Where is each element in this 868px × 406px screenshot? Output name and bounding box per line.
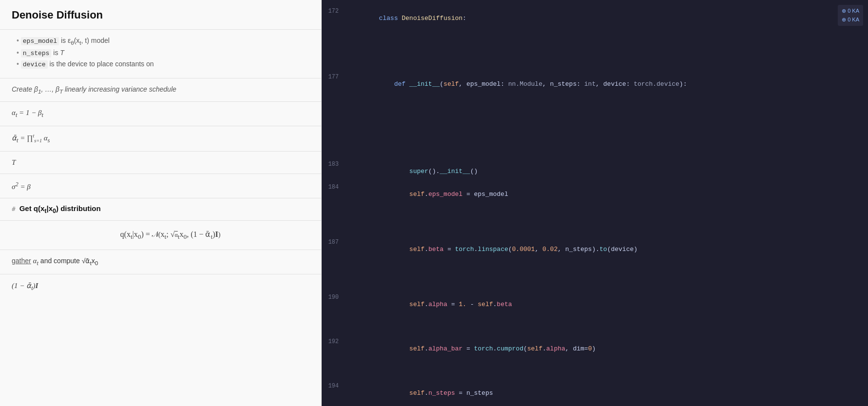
code-row: 172 class DenoiseDiffusion: bbox=[322, 7, 868, 30]
code-content: self.alpha = 1. - self.beta bbox=[348, 293, 512, 315]
corner-badge: ⊕ 0 KA ⊕ 0 KA bbox=[838, 5, 863, 26]
code-row: 184 self.eps_model = eps_model bbox=[322, 183, 868, 206]
q-heading-text: Get q(xt|x0) distribution bbox=[19, 204, 101, 213]
sigma2-formula: σ2 = β bbox=[12, 183, 31, 191]
right-panel: 172 class DenoiseDiffusion: 177 def __in… bbox=[322, 0, 868, 406]
code-device: device bbox=[21, 60, 48, 69]
sigma2-section: σ2 = β bbox=[0, 174, 321, 198]
code-area: 172 class DenoiseDiffusion: 177 def __in… bbox=[322, 7, 868, 406]
bullet-section: eps_model is εθ(xt, t) model n_steps is … bbox=[0, 30, 321, 78]
code-spacer bbox=[322, 360, 868, 371]
code-row: 192 self.alpha_bar = torch.cumprod(self.… bbox=[322, 337, 868, 360]
q-formula-section: q(xt|x0) = 𝒩(xt; √αtx0, (1 − ᾱt)I) bbox=[0, 221, 321, 250]
line-number: 194 bbox=[322, 383, 348, 389]
code-spacer bbox=[322, 261, 868, 271]
alpha-formula: αt = 1 − βt bbox=[12, 109, 43, 116]
code-spacer bbox=[322, 327, 868, 337]
alpha-section: αt = 1 − βt bbox=[0, 102, 321, 126]
code-row: 183 super().__init__() bbox=[322, 160, 868, 183]
q-heading-section: # Get q(xt|x0) distribution bbox=[0, 198, 321, 221]
alpha-bar-section: ᾱt = ∏ts=1 αs bbox=[0, 126, 321, 152]
code-n-steps: n_steps bbox=[21, 49, 52, 58]
list-item: n_steps is T bbox=[17, 49, 309, 57]
code-spacer bbox=[322, 96, 868, 106]
T-section: T bbox=[0, 152, 321, 174]
line-number: 183 bbox=[322, 161, 348, 168]
code-spacer bbox=[322, 371, 868, 382]
code-spacer bbox=[322, 128, 868, 138]
gather-text: gather αt and compute √ᾱtx0 bbox=[12, 257, 98, 265]
code-spacer bbox=[322, 30, 868, 40]
code-content: self.n_steps = n_steps bbox=[348, 382, 493, 404]
code-eps-model: eps_model bbox=[21, 37, 59, 45]
line-number: 187 bbox=[322, 239, 348, 246]
code-spacer bbox=[322, 40, 868, 51]
code-spacer bbox=[322, 316, 868, 327]
gather-link: gather bbox=[12, 257, 31, 265]
line-number: 190 bbox=[322, 294, 348, 301]
gather-section: gather αt and compute √ᾱtx0 bbox=[0, 250, 321, 274]
code-row: 190 self.alpha = 1. - self.beta bbox=[322, 293, 868, 316]
code-spacer bbox=[322, 227, 868, 238]
code-content: def __init__(self, eps_model: nn.Module,… bbox=[348, 73, 687, 95]
code-spacer bbox=[322, 271, 868, 282]
left-panel: Denoise Diffusion eps_model is εθ(xt, t)… bbox=[0, 0, 322, 406]
corner-line2: ⊕ 0 KA bbox=[842, 16, 859, 24]
T-formula: T bbox=[12, 158, 16, 166]
code-spacer bbox=[322, 106, 868, 117]
code-row: 187 self.beta = torch.linspace(0.0001, 0… bbox=[322, 238, 868, 261]
code-row: 194 self.n_steps = n_steps bbox=[322, 382, 868, 405]
variance-section: (1 − ᾱt)I bbox=[0, 274, 321, 299]
param-list: eps_model is εθ(xt, t) model n_steps is … bbox=[12, 37, 309, 68]
beta-schedule-section: Create β1, …, βT linearly increasing var… bbox=[0, 78, 321, 102]
code-row: 177 def __init__(self, eps_model: nn.Mod… bbox=[322, 73, 868, 96]
line-number: 172 bbox=[322, 8, 348, 15]
code-spacer bbox=[322, 216, 868, 227]
list-item: eps_model is εθ(xt, t) model bbox=[17, 37, 309, 46]
code-content: self.beta = torch.linspace(0.0001, 0.02,… bbox=[348, 238, 637, 260]
beta-schedule-text: Create β1, …, βT linearly increasing var… bbox=[12, 85, 176, 93]
code-content: self.alpha_bar = torch.cumprod(self.alph… bbox=[348, 338, 596, 360]
line-number: 177 bbox=[322, 74, 348, 80]
corner-line1: ⊕ 0 KA bbox=[842, 7, 859, 16]
page-title: Denoise Diffusion bbox=[0, 0, 321, 30]
item-text: is T bbox=[53, 49, 64, 57]
code-content: self.eps_model = eps_model bbox=[348, 183, 508, 205]
item-text: is the device to place constants on bbox=[50, 60, 154, 68]
alpha-bar-formula: ᾱt = ∏ts=1 αs bbox=[12, 134, 50, 142]
code-spacer bbox=[322, 149, 868, 160]
code-content: super().__init__() bbox=[348, 160, 478, 182]
code-spacer bbox=[322, 206, 868, 216]
line-number: 184 bbox=[322, 184, 348, 191]
code-content: class DenoiseDiffusion: bbox=[348, 7, 466, 29]
variance-formula: (1 − ᾱt)I bbox=[12, 282, 38, 290]
q-heading: # Get q(xt|x0) distribution bbox=[12, 204, 101, 213]
code-spacer bbox=[322, 282, 868, 293]
code-spacer bbox=[322, 117, 868, 128]
list-item: device is the device to place constants … bbox=[17, 60, 309, 68]
code-spacer bbox=[322, 51, 868, 62]
item-text: is εθ(xt, t) model bbox=[61, 37, 110, 44]
code-spacer bbox=[322, 62, 868, 73]
code-spacer bbox=[322, 138, 868, 149]
q-formula-display: q(xt|x0) = 𝒩(xt; √αtx0, (1 − ᾱt)I) bbox=[12, 226, 309, 243]
line-number: 192 bbox=[322, 338, 348, 345]
